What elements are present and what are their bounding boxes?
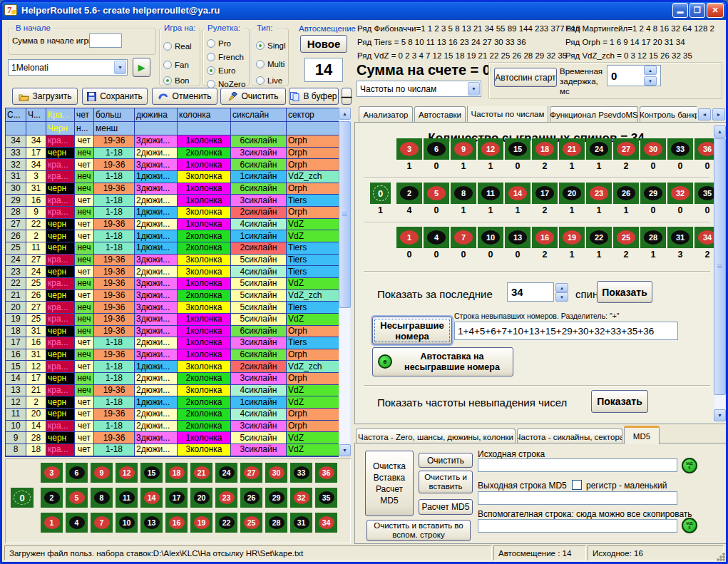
table-row[interactable]: 1417черннеч1-182дюжи...2колонка3сиклайнO… (6, 373, 339, 385)
number-cell[interactable]: 25 (613, 227, 639, 248)
table-row[interactable]: 2225кра...неч19-363дюжи...1колонка5сикла… (6, 278, 339, 290)
table-row[interactable]: 3234кра...чет19-363дюжи...1колонка6сикла… (6, 159, 339, 171)
number-cell[interactable]: 7 (91, 513, 113, 533)
number-cell[interactable]: 6 (66, 463, 88, 483)
zero-cell[interactable]: 0 (11, 488, 34, 508)
number-cell[interactable]: 23 (586, 183, 612, 204)
autobet-missed-button[interactable]: Автоставка на несыгравшие номера (372, 347, 513, 376)
scroll-down-icon[interactable]: ▼ (714, 409, 726, 421)
md5-calc-button[interactable]: Расчет MD5 (419, 499, 473, 515)
number-cell[interactable]: 26 (240, 488, 262, 508)
table-row[interactable]: 2027кра...неч19-363дюжи...3колонка5сикла… (6, 302, 339, 314)
radio-option-multi[interactable]: Multi (256, 60, 284, 68)
number-cell[interactable]: 1 (41, 513, 63, 533)
show-last-value[interactable]: 34 (507, 282, 554, 302)
table-row[interactable]: 928чернчет19-363дюжи...1колонка5сиклайнV… (6, 432, 339, 444)
preset-combobox[interactable]: 1Melonati ▼ (8, 59, 128, 76)
table-row[interactable]: 3434кра...чет19-363дюжи...1колонка6сикла… (6, 135, 339, 148)
chevron-down-icon[interactable]: ▼ (468, 82, 480, 96)
number-cell[interactable]: 20 (190, 488, 212, 508)
collapse-button[interactable]: — (342, 88, 352, 105)
number-cell[interactable]: 17 (165, 488, 188, 508)
radio-option-pro[interactable]: Pro (207, 39, 231, 48)
number-cell[interactable]: 15 (140, 463, 163, 483)
md5-source-input[interactable] (478, 458, 677, 472)
number-cell[interactable]: 26 (613, 183, 639, 204)
tab-3[interactable]: Функционал PsevdoMS (550, 106, 638, 122)
mode-combobox[interactable]: Частоты по числам ▼ (357, 81, 481, 97)
number-cell[interactable]: 9 (91, 463, 113, 483)
table-row[interactable]: 1925кра...неч19-363дюжи...1колонка5сикла… (6, 314, 339, 326)
number-cell[interactable]: 13 (140, 513, 163, 533)
tab-0[interactable]: Анализатор (359, 106, 413, 122)
number-cell[interactable]: 27 (240, 463, 262, 483)
panel-scrollbar-thumb[interactable] (714, 138, 726, 395)
radio-option-fan[interactable]: Fan (163, 61, 189, 69)
number-cell[interactable]: 3 (41, 463, 63, 483)
number-cell[interactable]: 10 (478, 227, 503, 248)
number-cell[interactable]: 30 (640, 138, 666, 160)
number-cell[interactable]: 23 (215, 488, 237, 508)
number-cell[interactable]: 10 (116, 513, 138, 533)
chevron-down-icon[interactable]: ▼ (114, 61, 126, 74)
missed-numbers-input[interactable] (454, 322, 678, 340)
number-cell[interactable]: 25 (240, 513, 262, 533)
table-row[interactable]: 1120чернчет19-362дюжи...2колонка4сиклайн… (6, 409, 339, 421)
table-row[interactable]: 3031черннеч19-363дюжи...1колонка6сиклайн… (6, 183, 339, 195)
number-cell[interactable]: 24 (215, 463, 237, 483)
number-cell[interactable]: 30 (265, 463, 287, 483)
number-cell[interactable]: 32 (667, 183, 693, 204)
tab-1[interactable]: Автоставки (414, 106, 466, 122)
scroll-up-icon[interactable]: ▲ (339, 108, 351, 120)
spinner-up-icon[interactable]: ▲ (555, 283, 568, 292)
minimize-button[interactable]: ▬ (672, 3, 688, 18)
table-row[interactable]: 1014кра...чет1-182дюжи...2колонка3сиклай… (6, 421, 339, 433)
maximize-button[interactable]: ❒ (689, 3, 705, 18)
scroll-up-icon[interactable]: ▲ (714, 125, 726, 138)
number-cell[interactable]: 14 (140, 488, 163, 508)
spinner-down-icon[interactable]: ▼ (644, 76, 657, 86)
load-button[interactable]: Загрузить (12, 88, 78, 105)
tabs-scroll-left-icon[interactable]: ◄ (698, 108, 711, 121)
number-cell[interactable]: 28 (640, 227, 666, 248)
table-scrollbar-thumb[interactable] (339, 121, 351, 308)
number-cell[interactable]: 21 (190, 463, 212, 483)
table-row[interactable]: 2427кра...неч19-363дюжи...3колонка5сикла… (6, 255, 339, 267)
radio-option-live[interactable]: Live (256, 76, 282, 85)
tab-freq-chances[interactable]: Частота - Zero, шансы, дюжины, колонки (356, 429, 516, 444)
lowercase-checkbox[interactable] (572, 480, 582, 490)
radio-option-french[interactable]: French (207, 53, 244, 61)
number-cell[interactable]: 4 (424, 227, 449, 248)
close-button[interactable]: ✕ (707, 3, 724, 18)
md5-aux-run-icon-button[interactable]: МД5 (682, 518, 697, 533)
radio-option-bon[interactable]: Bon (163, 76, 189, 85)
number-cell[interactable]: 5 (424, 183, 449, 204)
number-cell[interactable]: 18 (165, 463, 188, 483)
autospin-start-button[interactable]: Автоспин старт (494, 68, 557, 87)
number-cell[interactable]: 33 (290, 463, 312, 483)
number-cell[interactable]: 17 (532, 183, 558, 204)
table-row[interactable]: 1512кра...чет1-181дюжи...3колонка2сиклай… (6, 361, 339, 373)
number-cell[interactable]: 14 (505, 183, 530, 204)
number-cell[interactable]: 20 (559, 183, 585, 204)
md5-clear-paste-calc-button[interactable]: Очистка Вставка Расчет MD5 (365, 451, 414, 516)
spinner-down-icon[interactable]: ▼ (555, 292, 568, 302)
table-row[interactable]: 289кра...неч1-181дюжи...3колонка2сиклайн… (6, 207, 339, 219)
radio-option-euro[interactable]: Euro (207, 66, 235, 75)
table-row[interactable]: 818кра...чет1-182дюжи...3колонка3сиклайн… (6, 444, 339, 456)
new-button[interactable]: Новое (300, 35, 347, 53)
number-cell[interactable]: 31 (667, 227, 693, 248)
number-cell[interactable]: 21 (559, 138, 585, 160)
number-cell[interactable]: 1 (396, 227, 422, 248)
md5-run-icon-button[interactable]: МД5 (682, 458, 697, 473)
radio-option-real[interactable]: Real (163, 42, 192, 51)
tabs-scroll-right-icon[interactable]: ► (712, 108, 725, 121)
copy-buffer-button[interactable]: В буфер (289, 88, 339, 105)
play-button[interactable]: ▶ (133, 58, 150, 77)
table-row[interactable]: 1631черннеч19-363дюжи...1колонка6сиклайн… (6, 349, 339, 362)
number-cell[interactable]: 16 (165, 513, 188, 533)
table-row[interactable]: 122чернчет1-181дюжи...2колонка1сиклайнVd… (6, 396, 339, 409)
number-cell[interactable]: 24 (586, 138, 612, 160)
scroll-down-icon[interactable]: ▼ (339, 444, 351, 456)
number-cell[interactable]: 36 (315, 463, 337, 483)
